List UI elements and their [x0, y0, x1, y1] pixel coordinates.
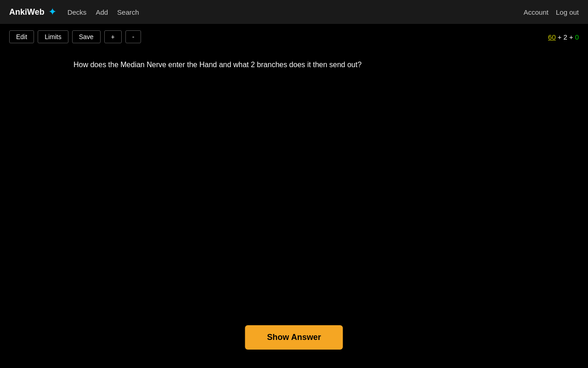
edit-button[interactable]: Edit [9, 30, 34, 43]
save-button[interactable]: Save [72, 30, 101, 43]
account-link[interactable]: Account [524, 8, 548, 16]
toolbar: Edit Limits Save + - 60 + 2 + 0 [0, 24, 588, 50]
star-icon: ✦ [48, 6, 57, 18]
card-area: How does the Median Nerve enter the Hand… [0, 50, 588, 80]
decks-link[interactable]: Decks [68, 8, 87, 16]
navbar: AnkiWeb ✦ Decks Add Search Account Log o… [0, 0, 588, 24]
score-separator1: + [558, 33, 562, 41]
minus-button[interactable]: - [125, 30, 141, 43]
score-learn-count: 2 [564, 33, 567, 41]
brand-name: AnkiWeb [9, 7, 45, 17]
limits-button[interactable]: Limits [38, 30, 68, 43]
logout-link[interactable]: Log out [556, 8, 579, 16]
add-link[interactable]: Add [96, 8, 108, 16]
score-separator2: + [569, 33, 573, 41]
navbar-right: Account Log out [524, 8, 579, 16]
nav-links: Decks Add Search [68, 8, 139, 16]
score-area: 60 + 2 + 0 [548, 33, 579, 41]
show-answer-container: Show Answer [245, 325, 343, 350]
show-answer-button[interactable]: Show Answer [245, 325, 343, 350]
new-count: 0 [575, 33, 579, 41]
brand-logo[interactable]: AnkiWeb ✦ [9, 6, 57, 18]
due-count[interactable]: 60 [548, 33, 556, 41]
plus-button[interactable]: + [104, 30, 122, 43]
card-question: How does the Median Nerve enter the Hand… [74, 59, 362, 71]
search-link[interactable]: Search [117, 8, 139, 16]
